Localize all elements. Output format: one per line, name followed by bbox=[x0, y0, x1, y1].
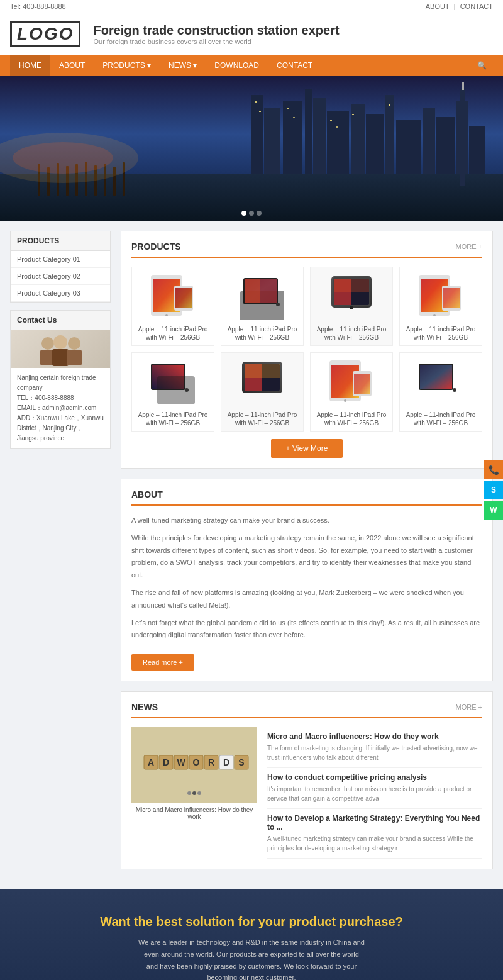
svg-rect-70 bbox=[157, 376, 195, 404]
product-card-2[interactable]: Apple – 11-inch iPad Pro with Wi-Fi – 25… bbox=[221, 267, 304, 346]
svg-rect-13 bbox=[264, 108, 280, 174]
sidebar-products-title: PRODUCTS bbox=[11, 231, 110, 251]
nav-about[interactable]: ABOUT bbox=[50, 55, 94, 76]
read-more-button[interactable]: Read more + bbox=[131, 654, 194, 671]
news-title: NEWS bbox=[131, 702, 158, 712]
svg-point-100 bbox=[192, 791, 196, 795]
contact-link[interactable]: CONTACT bbox=[460, 3, 493, 10]
hero-banner bbox=[0, 76, 503, 221]
news-more[interactable]: MORE + bbox=[456, 703, 482, 711]
svg-point-99 bbox=[187, 791, 191, 795]
product-img-7 bbox=[314, 357, 389, 407]
svg-rect-55 bbox=[245, 279, 260, 303]
header-text: Foreign trade construction station exper… bbox=[93, 23, 339, 45]
product-card-6[interactable]: Apple – 11-inch iPad Pro with Wi-Fi – 25… bbox=[221, 352, 304, 432]
news-item-title-2[interactable]: How to conduct competitive pricing analy… bbox=[267, 773, 482, 782]
product-card-1[interactable]: Apple – 11-inch iPad Pro with Wi-Fi – 25… bbox=[131, 267, 214, 346]
products-more[interactable]: MORE + bbox=[456, 243, 482, 250]
contact-email: EMAIL：admin@admin.com bbox=[17, 403, 104, 413]
product-card-3[interactable]: Apple – 11-inch iPad Pro with Wi-Fi – 25… bbox=[310, 267, 393, 346]
cta-desc: We are a leader in technology and R&D in… bbox=[138, 937, 365, 980]
product-card-8[interactable]: Apple – 11-inch iPad Pro with Wi-Fi – 25… bbox=[399, 352, 482, 432]
sidebar-cat-2[interactable]: Product Category 02 bbox=[11, 268, 110, 285]
top-bar-links: ABOUT | CONTACT bbox=[426, 3, 493, 10]
svg-rect-19 bbox=[366, 114, 384, 174]
news-featured-caption: Micro and Macro influencers: How do they… bbox=[131, 803, 257, 824]
svg-text:D: D bbox=[163, 757, 169, 767]
news-item-3: How to Develop a Marketing Strategy: Eve… bbox=[267, 809, 482, 859]
hero-dot-1[interactable] bbox=[241, 211, 246, 216]
about-para-3: The rise and fall of new platforms is am… bbox=[131, 587, 482, 612]
news-layout: A D W O R D S bbox=[131, 727, 482, 859]
about-para-1: A well-tuned marketing strategy can make… bbox=[131, 515, 482, 527]
contact-info: Nanjing certain foreign trade company TE… bbox=[11, 368, 110, 448]
svg-point-40 bbox=[53, 335, 67, 349]
site-header: LOGO Foreign trade construction station … bbox=[0, 13, 503, 55]
sidebar-contact-title: Contact Us bbox=[11, 311, 110, 330]
product-grid: Apple – 11-inch iPad Pro with Wi-Fi – 25… bbox=[131, 267, 482, 432]
news-item-desc-3: A well-tuned marketing strategy can make… bbox=[267, 834, 482, 853]
hero-dot-3[interactable] bbox=[257, 211, 262, 216]
svg-rect-61 bbox=[334, 279, 369, 292]
product-card-4[interactable]: Apple – 11-inch iPad Pro with Wi-Fi – 25… bbox=[399, 267, 482, 346]
svg-text:S: S bbox=[238, 757, 244, 767]
svg-rect-23 bbox=[436, 117, 455, 174]
view-more-button[interactable]: + View More bbox=[271, 439, 343, 458]
svg-rect-50 bbox=[175, 288, 192, 308]
nav-download[interactable]: DOWNLOAD bbox=[206, 55, 268, 76]
nav-contact[interactable]: CONTACT bbox=[268, 55, 321, 76]
svg-point-38 bbox=[41, 337, 54, 350]
svg-rect-41 bbox=[52, 349, 69, 366]
nav-news[interactable]: NEWS ▾ bbox=[160, 55, 206, 76]
product-img-2 bbox=[225, 271, 299, 321]
svg-rect-15 bbox=[305, 89, 312, 174]
nav-home[interactable]: HOME bbox=[10, 55, 50, 76]
news-item-1: Micro and Macro influencers: How do they… bbox=[267, 727, 482, 768]
svg-text:R: R bbox=[208, 757, 214, 767]
products-title: PRODUCTS bbox=[131, 242, 181, 252]
floating-buttons: 📞 S W bbox=[484, 460, 503, 520]
product-img-6 bbox=[225, 357, 299, 407]
svg-rect-28 bbox=[287, 108, 289, 109]
svg-rect-31 bbox=[336, 126, 338, 128]
float-whatsapp-button[interactable]: W bbox=[484, 501, 503, 520]
svg-rect-32 bbox=[352, 114, 354, 115]
news-item-desc-2: It's important to remember that our miss… bbox=[267, 784, 482, 803]
about-header: ABOUT bbox=[131, 489, 482, 506]
contact-image bbox=[11, 330, 110, 368]
sidebar-cat-1[interactable]: Product Category 01 bbox=[11, 251, 110, 268]
news-item-desc-1: The form of marketing is changing. If in… bbox=[267, 743, 482, 762]
search-icon[interactable]: 🔍 bbox=[471, 55, 493, 76]
main-nav: HOME ABOUT PRODUCTS ▾ NEWS ▾ DOWNLOAD CO… bbox=[0, 55, 503, 76]
cta-banner: Want the best solution for your product … bbox=[0, 889, 503, 980]
sidebar-contact-box: Contact Us Nanjing certain foreign trade… bbox=[10, 310, 111, 449]
sidebar-cat-3[interactable]: Product Category 03 bbox=[11, 285, 110, 302]
product-img-8 bbox=[404, 357, 478, 407]
contact-tel: TEL：400-888-8888 bbox=[17, 393, 104, 403]
nav-products[interactable]: PRODUCTS ▾ bbox=[94, 55, 160, 76]
product-card-7[interactable]: Apple – 11-inch iPad Pro with Wi-Fi – 25… bbox=[310, 352, 393, 432]
news-item-title-1[interactable]: Micro and Macro influencers: How do they… bbox=[267, 732, 482, 741]
about-link[interactable]: ABOUT bbox=[426, 3, 450, 10]
site-subtitle: Our foreign trade business covers all ov… bbox=[93, 38, 339, 45]
svg-point-101 bbox=[197, 791, 201, 795]
float-skype-button[interactable]: S bbox=[484, 481, 503, 499]
float-phone-button[interactable]: 📞 bbox=[484, 460, 503, 479]
svg-rect-75 bbox=[245, 364, 280, 378]
svg-rect-20 bbox=[385, 95, 394, 174]
hero-dot-2[interactable] bbox=[249, 211, 254, 216]
about-para-4: Let's not forget what the global pandemi… bbox=[131, 617, 482, 642]
news-item-title-3[interactable]: How to Develop a Marketing Strategy: Eve… bbox=[267, 814, 482, 832]
svg-text:O: O bbox=[193, 757, 200, 767]
svg-rect-12 bbox=[252, 95, 263, 174]
svg-rect-67 bbox=[443, 288, 460, 308]
top-bar: Tel: 400-888-8888 ABOUT | CONTACT bbox=[0, 0, 503, 13]
svg-rect-82 bbox=[420, 365, 452, 389]
svg-point-65 bbox=[433, 314, 436, 316]
svg-point-83 bbox=[453, 388, 456, 392]
product-card-5[interactable]: Apple – 11-inch iPad Pro with Wi-Fi – 25… bbox=[131, 352, 214, 432]
product-name-2: Apple – 11-inch iPad Pro with Wi-Fi – 25… bbox=[225, 325, 299, 342]
news-item-2: How to conduct competitive pricing analy… bbox=[267, 768, 482, 809]
site-title: Foreign trade construction station exper… bbox=[93, 23, 339, 38]
product-name-7: Apple – 11-inch iPad Pro with Wi-Fi – 25… bbox=[314, 411, 389, 427]
